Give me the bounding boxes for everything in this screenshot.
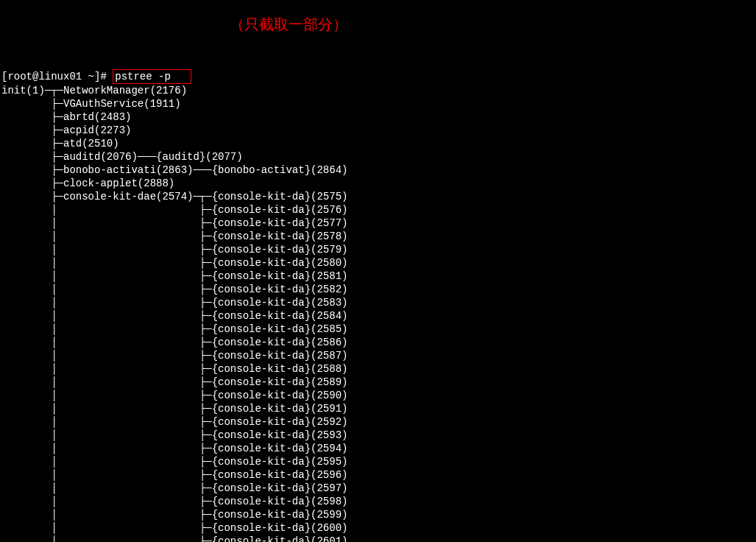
prompt-line: [root@linux01 ~]# pstree -p — [1, 69, 756, 84]
terminal-output: [root@linux01 ~]# pstree -p init(1)─┬─Ne… — [0, 53, 756, 542]
annotation-label: （只截取一部分） — [230, 18, 347, 31]
shell-prompt: [root@linux01 ~]# — [1, 71, 113, 82]
pstree-output: init(1)─┬─NetworkManager(2176) ├─VGAuthS… — [1, 85, 347, 542]
command-highlight: pstree -p — [113, 69, 191, 84]
command-text: pstree -p — [115, 71, 171, 82]
